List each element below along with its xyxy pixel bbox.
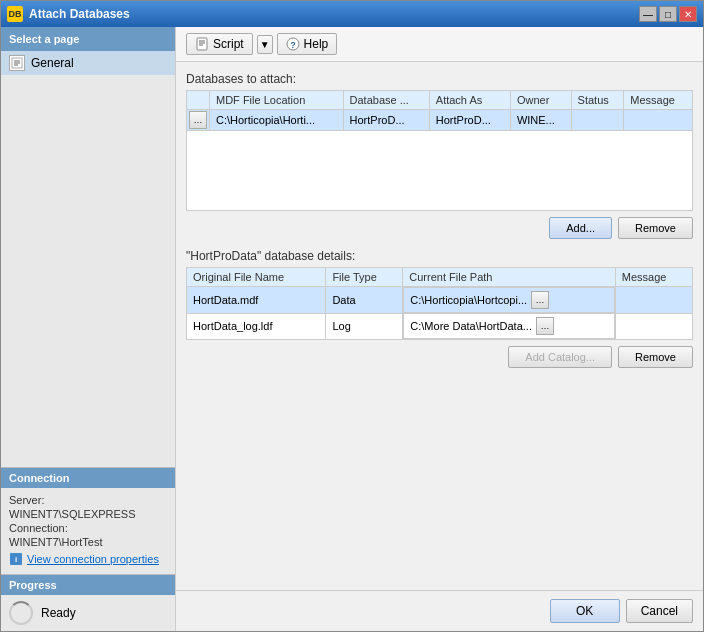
progress-status: Ready <box>41 606 76 620</box>
title-bar: DB Attach Databases — □ ✕ <box>1 1 703 27</box>
row-action-btn[interactable]: … <box>189 111 207 129</box>
sidebar-item-label: General <box>31 56 74 70</box>
databases-table: MDF File Location Database ... Attach As… <box>186 90 693 211</box>
help-icon: ? <box>286 37 300 51</box>
col-original-name[interactable]: Original File Name <box>187 268 326 287</box>
script-icon <box>195 37 209 51</box>
connection-header: Connection <box>1 468 175 488</box>
connection-value: WINENT7\HortTest <box>9 536 167 548</box>
server-value: WINENT7\SQLEXPRESS <box>9 508 167 520</box>
window-icon: DB <box>7 6 23 22</box>
toolbar: Script ▼ ? Help <box>176 27 703 62</box>
col-message[interactable]: Message <box>624 91 693 110</box>
sidebar-header: Select a page <box>1 27 175 51</box>
connection-label: Connection: <box>9 522 167 534</box>
page-icon <box>9 55 25 71</box>
filepath-browse-0[interactable]: … <box>531 291 549 309</box>
content-area: Databases to attach: MDF File Location D… <box>176 62 703 590</box>
top-remove-button[interactable]: Remove <box>618 217 693 239</box>
mdf-location-cell: C:\Horticopia\Horti... <box>210 110 344 131</box>
progress-content: Ready <box>1 595 175 631</box>
filetype-cell-1: Log <box>326 313 403 340</box>
cancel-button[interactable]: Cancel <box>626 599 693 623</box>
filename-cell-1: HortData_log.ldf <box>187 313 326 340</box>
detail-message-0 <box>615 287 692 314</box>
link-label: View connection properties <box>27 553 159 565</box>
title-controls: — □ ✕ <box>639 6 697 22</box>
sidebar-item-general[interactable]: General <box>1 51 175 75</box>
col-attach-as[interactable]: Attach As <box>429 91 510 110</box>
progress-header: Progress <box>1 575 175 595</box>
svg-rect-6 <box>197 38 207 50</box>
title-bar-left: DB Attach Databases <box>7 6 130 22</box>
close-button[interactable]: ✕ <box>679 6 697 22</box>
col-mdf-location[interactable]: MDF File Location <box>210 91 344 110</box>
connection-info: Server: WINENT7\SQLEXPRESS Connection: W… <box>1 488 175 574</box>
connection-link-icon: i <box>9 552 23 566</box>
server-label: Server: <box>9 494 167 506</box>
help-button[interactable]: ? Help <box>277 33 338 55</box>
script-dropdown[interactable]: ▼ <box>257 35 273 54</box>
main-content: Select a page General Connection Server: <box>1 27 703 631</box>
svg-text:?: ? <box>290 40 296 50</box>
svg-text:i: i <box>15 555 17 564</box>
detail-row-0[interactable]: HortData.mdf Data C:\Horticopia\Hortcopi… <box>187 287 693 314</box>
filepath-cell-0: C:\Horticopia\Hortcopi... … <box>403 287 614 313</box>
window-title: Attach Databases <box>29 7 130 21</box>
row-action-cell: … <box>187 110 210 131</box>
filename-cell-0: HortData.mdf <box>187 287 326 314</box>
right-panel: Script ▼ ? Help Databases to attach: <box>176 27 703 631</box>
attach-as-cell: HortProD... <box>429 110 510 131</box>
detail-row-1[interactable]: HortData_log.ldf Log C:\More Data\HortDa… <box>187 313 693 340</box>
add-catalog-button[interactable]: Add Catalog... <box>508 346 612 368</box>
top-table-buttons: Add... Remove <box>186 217 693 239</box>
attach-databases-window: DB Attach Databases — □ ✕ Select a page <box>0 0 704 632</box>
sidebar: Select a page General Connection Server: <box>1 27 176 631</box>
connection-section: Connection Server: WINENT7\SQLEXPRESS Co… <box>1 467 175 574</box>
status-cell <box>571 110 624 131</box>
details-table: Original File Name File Type Current Fil… <box>186 267 693 340</box>
bottom-table-buttons: Add Catalog... Remove <box>186 346 693 368</box>
table-row[interactable]: … C:\Horticopia\Horti... HortProD... Hor… <box>187 110 693 131</box>
filepath-cell-1: C:\More Data\HortData... … <box>403 313 614 339</box>
progress-section: Progress Ready <box>1 574 175 631</box>
ok-button[interactable]: OK <box>550 599 620 623</box>
col-file-type[interactable]: File Type <box>326 268 403 287</box>
top-section: Databases to attach: MDF File Location D… <box>186 72 693 239</box>
databases-label: Databases to attach: <box>186 72 693 86</box>
detail-message-1 <box>615 313 692 340</box>
empty-row <box>187 131 693 211</box>
help-label: Help <box>304 37 329 51</box>
view-connection-properties-link[interactable]: i View connection properties <box>9 552 167 566</box>
progress-spinner <box>9 601 33 625</box>
footer: OK Cancel <box>176 590 703 631</box>
owner-cell: WINE... <box>510 110 571 131</box>
database-name-cell: HortProD... <box>343 110 429 131</box>
bottom-section: "HortProData" database details: Original… <box>186 249 693 368</box>
script-button[interactable]: Script <box>186 33 253 55</box>
col-owner[interactable]: Owner <box>510 91 571 110</box>
bottom-remove-button[interactable]: Remove <box>618 346 693 368</box>
maximize-button[interactable]: □ <box>659 6 677 22</box>
filetype-cell-0: Data <box>326 287 403 314</box>
add-button[interactable]: Add... <box>549 217 612 239</box>
minimize-button[interactable]: — <box>639 6 657 22</box>
col-detail-message[interactable]: Message <box>615 268 692 287</box>
col-mdf <box>187 91 210 110</box>
db-details-label: "HortProData" database details: <box>186 249 693 263</box>
col-status[interactable]: Status <box>571 91 624 110</box>
col-current-path[interactable]: Current File Path <box>403 268 615 287</box>
filepath-browse-1[interactable]: … <box>536 317 554 335</box>
message-cell <box>624 110 693 131</box>
script-label: Script <box>213 37 244 51</box>
col-database-name[interactable]: Database ... <box>343 91 429 110</box>
